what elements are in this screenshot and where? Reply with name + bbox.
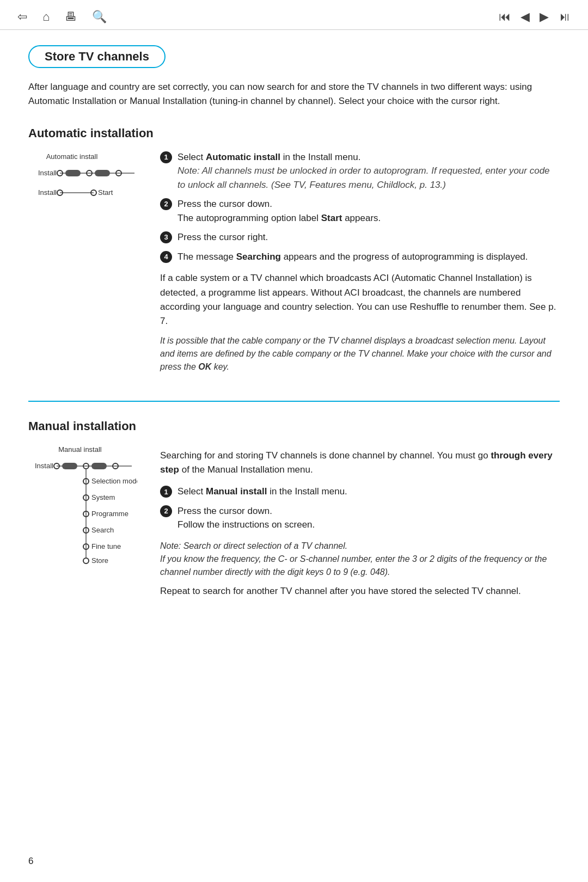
page-title: Store TV channels bbox=[45, 50, 149, 63]
svg-point-32 bbox=[83, 558, 89, 564]
svg-text:Automatic install: Automatic install bbox=[46, 152, 98, 161]
manual-diagram: Manual install Install bbox=[28, 443, 143, 571]
svg-text:Install: Install bbox=[35, 462, 53, 470]
skip-forward-icon[interactable]: ⏯ bbox=[559, 10, 571, 24]
svg-text:Start: Start bbox=[98, 188, 113, 197]
auto-step-2-text: Press the cursor down. The autoprogrammi… bbox=[177, 197, 560, 225]
svg-text:Install: Install bbox=[38, 169, 57, 177]
automatic-steps-col: 1 Select Automatic install in the Instal… bbox=[160, 150, 560, 379]
auto-step-3: 3 Press the cursor right. bbox=[160, 230, 560, 244]
svg-text:Install: Install bbox=[38, 188, 57, 197]
svg-rect-4 bbox=[65, 170, 81, 176]
manual-installation-section: Manual installation Manual install Insta… bbox=[28, 419, 560, 604]
manual-step-1-text: Select Manual install in the Install men… bbox=[177, 485, 560, 499]
automatic-diagram: Automatic install Install bbox=[28, 150, 143, 218]
auto-step-4-text: The message Searching appears and the pr… bbox=[177, 250, 560, 264]
intro-paragraph: After language and country are set corre… bbox=[28, 80, 560, 109]
step-num-4: 4 bbox=[160, 251, 172, 263]
auto-step-2: 2 Press the cursor down. The autoprogram… bbox=[160, 197, 560, 225]
manual-steps-list: 1 Select Manual install in the Install m… bbox=[160, 485, 560, 532]
svg-text:Selection mode: Selection mode bbox=[91, 477, 137, 485]
automatic-section-body: Automatic install Install bbox=[28, 150, 560, 379]
manual-diagram-svg: Manual install Install bbox=[28, 443, 137, 568]
manual-para-final: Repeat to search for another TV channel … bbox=[160, 584, 560, 598]
svg-text:Fine tune: Fine tune bbox=[91, 542, 121, 550]
manual-section-body: Manual install Install bbox=[28, 443, 560, 604]
manual-section-title: Manual installation bbox=[28, 419, 560, 433]
manual-intro: Searching for and storing TV channels is… bbox=[160, 449, 560, 477]
step-num-2: 2 bbox=[160, 198, 172, 210]
search-magnify-icon[interactable]: 🔍 bbox=[92, 10, 107, 24]
toolbar-right: ⏮ ◀ ▶ ⏯ bbox=[499, 10, 571, 24]
toolbar-left: ⇦ ⌂ 🖶 🔍 bbox=[17, 10, 107, 24]
automatic-diagram-svg: Automatic install Install bbox=[28, 150, 137, 216]
manual-step-1: 1 Select Manual install in the Install m… bbox=[160, 485, 560, 499]
manual-steps-col: Searching for and storing TV channels is… bbox=[160, 443, 560, 604]
section-divider bbox=[28, 401, 560, 402]
print-icon[interactable]: 🖶 bbox=[65, 10, 77, 24]
step-num-1: 1 bbox=[160, 151, 172, 163]
page-content: Store TV channels After language and cou… bbox=[0, 30, 588, 647]
automatic-section-title: Automatic installation bbox=[28, 126, 560, 140]
svg-rect-17 bbox=[62, 463, 77, 469]
auto-step-3-text: Press the cursor right. bbox=[177, 230, 560, 244]
svg-text:Store: Store bbox=[91, 556, 108, 565]
manual-step-2: 2 Press the cursor down. Follow the inst… bbox=[160, 504, 560, 532]
step-num-3: 3 bbox=[160, 231, 172, 243]
automatic-installation-section: Automatic installation Automatic install… bbox=[28, 126, 560, 379]
manual-step-2-text: Press the cursor down. Follow the instru… bbox=[177, 504, 560, 532]
svg-rect-19 bbox=[91, 463, 107, 469]
prev-icon[interactable]: ◀ bbox=[520, 10, 530, 24]
manual-step-num-2: 2 bbox=[160, 505, 172, 517]
auto-step-4: 4 The message Searching appears and the … bbox=[160, 250, 560, 264]
manual-step-num-1: 1 bbox=[160, 486, 172, 498]
svg-text:Manual install: Manual install bbox=[58, 445, 102, 454]
skip-back-icon[interactable]: ⏮ bbox=[499, 10, 511, 24]
manual-note-italic: Note: Search or direct selection of a TV… bbox=[160, 540, 560, 579]
auto-para-1: If a cable system or a TV channel which … bbox=[160, 271, 560, 328]
page-number: 6 bbox=[28, 856, 33, 867]
auto-step-1: 1 Select Automatic install in the Instal… bbox=[160, 150, 560, 192]
automatic-steps-list: 1 Select Automatic install in the Instal… bbox=[160, 150, 560, 264]
svg-text:Programme: Programme bbox=[91, 510, 128, 518]
svg-text:System: System bbox=[91, 493, 115, 501]
svg-text:Search: Search bbox=[91, 526, 114, 534]
svg-rect-6 bbox=[95, 170, 110, 176]
toolbar: ⇦ ⌂ 🖶 🔍 ⏮ ◀ ▶ ⏯ bbox=[0, 0, 588, 30]
auto-note-italic: It is possible that the cable company or… bbox=[160, 334, 560, 373]
home-icon[interactable]: ⌂ bbox=[42, 10, 50, 24]
page-title-box: Store TV channels bbox=[28, 45, 166, 68]
next-icon[interactable]: ▶ bbox=[540, 10, 549, 24]
auto-step-1-text: Select Automatic install in the Install … bbox=[177, 150, 560, 192]
back-arrow-icon[interactable]: ⇦ bbox=[17, 10, 27, 24]
